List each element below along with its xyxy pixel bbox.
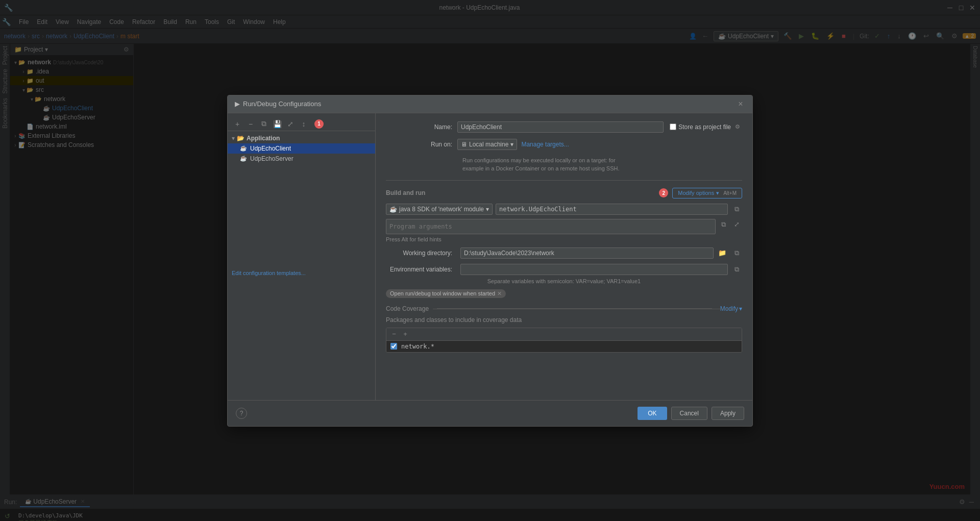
- config-tree-toolbar: + − ⧉ 💾 ⤢ ↕ 1: [228, 117, 375, 131]
- config-item-udp-server[interactable]: ☕ UdpEchoServer: [228, 154, 375, 164]
- info-line1: Run configurations may be executed local…: [462, 156, 742, 165]
- application-group[interactable]: ▾ 📂 Application: [228, 133, 375, 143]
- modify-options-label: Modify options: [678, 190, 714, 196]
- name-row: Name: Store as project file ⚙: [386, 121, 742, 133]
- info-line2: example in a Docker Container or on a re…: [462, 164, 742, 173]
- ok-button[interactable]: OK: [638, 407, 667, 420]
- main-class-copy-button[interactable]: ⧉: [731, 204, 742, 215]
- footer-right: OK Cancel Apply: [638, 407, 744, 420]
- footer-left: ?: [236, 408, 247, 419]
- help-button[interactable]: ?: [236, 408, 247, 419]
- copy-config-button[interactable]: ⧉: [258, 118, 270, 130]
- tag-chips-area: Open run/debug tool window when started …: [386, 289, 742, 298]
- field-hint: Press Alt for field hints: [386, 236, 742, 242]
- tool-window-chip-label: Open run/debug tool window when started: [390, 290, 495, 296]
- run-on-select[interactable]: 🖥 Local machine ▾: [457, 139, 517, 150]
- run-on-label: Run on:: [386, 141, 457, 148]
- divider-1: [386, 180, 742, 181]
- config-client-label: UdpEchoClient: [250, 145, 291, 152]
- app-folder-icon: 📂: [237, 135, 244, 142]
- coverage-modify-arrow: ▾: [739, 305, 742, 312]
- cancel-button[interactable]: Cancel: [671, 407, 707, 420]
- tool-window-chip-close[interactable]: ✕: [497, 290, 502, 297]
- config-server-icon: ☕: [240, 155, 247, 162]
- env-hint: Separate variables with semicolon: VAR=v…: [386, 278, 742, 284]
- code-coverage-section: Code Coverage Modify ▾ Packages and clas…: [386, 305, 742, 353]
- modify-shortcut: Alt+M: [723, 190, 737, 196]
- dialog-title-icon: ▶: [235, 100, 240, 108]
- build-run-title: Build and run: [386, 189, 425, 196]
- config-server-label: UdpEchoServer: [250, 155, 293, 162]
- coverage-title: Code Coverage: [386, 305, 429, 312]
- sdk-main-class-row: ☕ java 8 SDK of 'network' module ▾ ⧉: [386, 204, 742, 215]
- run-on-value: Local machine: [469, 141, 508, 148]
- program-args-row: ⧉ ⤢: [386, 219, 742, 234]
- move-config-button[interactable]: ⤢: [285, 118, 296, 130]
- run-on-arrow: ▾: [510, 141, 513, 148]
- build-run-header: Build and run 2 Modify options ▾ Alt+M: [386, 188, 742, 199]
- modify-options-arrow: ▾: [716, 190, 719, 196]
- working-dir-input[interactable]: [460, 247, 714, 259]
- coverage-toolbar: − +: [386, 328, 742, 341]
- name-label: Name:: [386, 123, 457, 131]
- sdk-select[interactable]: ☕ java 8 SDK of 'network' module ▾: [386, 204, 493, 215]
- env-vars-input[interactable]: [460, 264, 728, 275]
- config-client-icon: ☕: [240, 145, 247, 152]
- dialog-close-button[interactable]: ×: [736, 100, 745, 109]
- prog-args-copy-button[interactable]: ⧉: [718, 219, 729, 230]
- manage-targets-link[interactable]: Manage targets...: [521, 141, 569, 148]
- dialog-body: + − ⧉ 💾 ⤢ ↕ 1 ▾ 📂 Application ☕ Ud: [228, 113, 752, 400]
- main-class-input[interactable]: [496, 204, 728, 215]
- step2-badge: 2: [659, 188, 668, 197]
- run-on-row: Run on: 🖥 Local machine ▾ Manage targets…: [386, 139, 742, 150]
- dialog-title-text: Run/Debug Configurations: [243, 100, 321, 108]
- sdk-icon: ☕: [389, 206, 397, 213]
- coverage-network-checkbox[interactable]: [390, 343, 397, 350]
- dialog-footer: ? OK Cancel Apply: [228, 400, 752, 426]
- run-debug-dialog: ▶ Run/Debug Configurations × + − ⧉ 💾 ⤢ ↕…: [227, 95, 753, 427]
- store-settings-icon[interactable]: ⚙: [733, 122, 742, 131]
- app-group-arrow: ▾: [232, 135, 235, 142]
- config-item-udp-client[interactable]: ☕ UdpEchoClient: [228, 143, 375, 154]
- env-vars-label: Environment variables:: [386, 266, 457, 273]
- dialog-overlay: ▶ Run/Debug Configurations × + − ⧉ 💾 ⤢ ↕…: [0, 0, 980, 521]
- name-input[interactable]: [457, 121, 664, 133]
- store-project-label: Store as project file: [678, 123, 731, 131]
- dialog-title-bar: ▶ Run/Debug Configurations ×: [228, 95, 752, 113]
- apply-button[interactable]: Apply: [712, 407, 744, 420]
- config-form: Name: Store as project file ⚙ Run on: 🖥 …: [376, 113, 752, 400]
- coverage-desc: Packages and classes to include in cover…: [386, 316, 742, 324]
- coverage-network-label: network.*: [401, 343, 434, 350]
- working-dir-label: Working directory:: [386, 250, 457, 257]
- env-vars-row: Environment variables: ⧉: [386, 264, 742, 275]
- env-vars-expand-button[interactable]: ⧉: [731, 264, 742, 275]
- edit-config-link[interactable]: Edit configuration templates...: [228, 266, 375, 280]
- coverage-row-network: network.*: [386, 341, 742, 352]
- app-group-label: Application: [247, 135, 280, 142]
- sort-config-button[interactable]: ↕: [298, 118, 309, 130]
- coverage-remove-button[interactable]: −: [389, 330, 399, 339]
- modify-options-button[interactable]: Modify options ▾ Alt+M: [672, 188, 742, 199]
- sdk-arrow: ▾: [486, 206, 489, 213]
- sdk-label: java 8 SDK of 'network' module: [399, 206, 484, 213]
- coverage-add-button[interactable]: +: [401, 330, 410, 339]
- prog-args-expand-button[interactable]: ⤢: [731, 219, 742, 230]
- working-dir-browse-button[interactable]: 📁: [717, 247, 728, 259]
- working-dir-copy-button[interactable]: ⧉: [731, 247, 742, 259]
- dialog-title: ▶ Run/Debug Configurations: [235, 100, 321, 108]
- coverage-table: − + network.*: [386, 328, 742, 353]
- run-on-icon: 🖥: [461, 141, 467, 148]
- config-tree: + − ⧉ 💾 ⤢ ↕ 1 ▾ 📂 Application ☕ Ud: [228, 113, 376, 400]
- save-config-button[interactable]: 💾: [272, 118, 283, 130]
- add-config-button[interactable]: +: [232, 118, 243, 130]
- tool-window-chip: Open run/debug tool window when started …: [386, 289, 506, 298]
- config-step1-badge: 1: [314, 119, 324, 129]
- remove-config-button[interactable]: −: [245, 118, 256, 130]
- code-coverage-header: Code Coverage Modify ▾: [386, 305, 742, 312]
- info-text: Run configurations may be executed local…: [462, 156, 742, 173]
- store-project-checkbox[interactable]: [670, 123, 676, 130]
- program-args-input[interactable]: [386, 219, 716, 234]
- working-dir-row: Working directory: 📁 ⧉: [386, 247, 742, 259]
